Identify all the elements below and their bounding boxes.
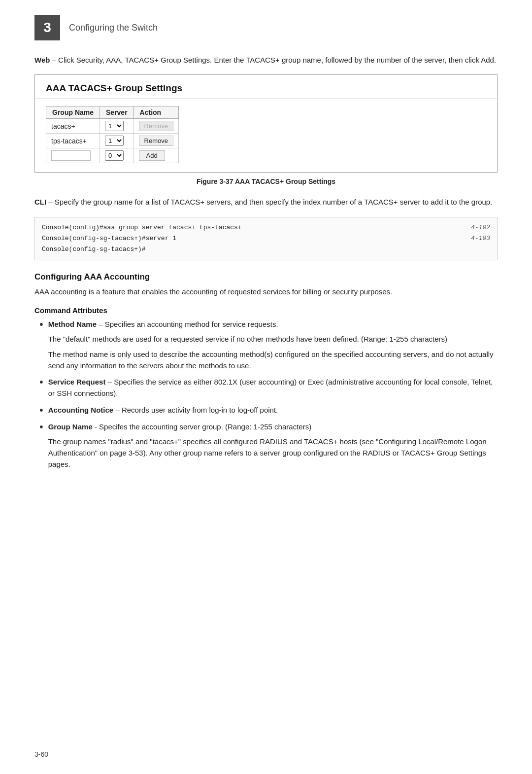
settings-box: AAA TACACS+ Group Settings Group Name Se… <box>34 74 498 173</box>
settings-table: Group Name Server Action tacacs+ 1 0 <box>46 106 179 163</box>
remove-button-disabled: Remove <box>139 121 173 131</box>
cli-line-1: Console(config)#aaa group server tacacs+… <box>42 222 490 233</box>
server-select-1[interactable]: 1 0 2 <box>105 121 124 131</box>
list-item: • Service Request – Specifies the servic… <box>39 376 498 399</box>
group-name-cell: tacacs+ <box>46 119 100 134</box>
col-action: Action <box>133 106 178 119</box>
page: 3 Configuring the Switch Web – Click Sec… <box>0 0 532 774</box>
bullet-bold-2: Service Request <box>48 378 106 386</box>
cli-ref-1: 4-102 <box>471 222 490 233</box>
table-row: tps-tacacs+ 1 0 2 Remove <box>46 134 179 148</box>
add-button[interactable]: Add <box>139 150 165 161</box>
action-cell[interactable]: Remove <box>133 134 178 148</box>
cli-block: Console(config)#aaa group server tacacs+… <box>34 217 498 260</box>
cli-intro: CLI – Specify the group name for a list … <box>34 196 498 208</box>
bullet-text-1: Specifies an accounting method for servi… <box>105 320 278 328</box>
bullet-bold-4: Group Name <box>48 422 93 431</box>
chapter-number: 3 <box>34 15 60 40</box>
bullet-content-4: Group Name - Specifes the accounting ser… <box>48 421 498 470</box>
section-heading: Configuring AAA Accounting <box>34 272 498 282</box>
remove-button[interactable]: Remove <box>139 136 173 146</box>
bullet-dot: • <box>39 318 43 330</box>
group-name-input[interactable] <box>51 150 91 161</box>
bullet-bold-1: Method Name <box>48 320 97 328</box>
settings-box-title: AAA TACACS+ Group Settings <box>35 75 497 99</box>
bullet-text-3: Records user activity from log-in to log… <box>122 406 278 414</box>
list-item: • Method Name – Specifies an accounting … <box>39 318 498 371</box>
server-cell[interactable]: 1 0 2 <box>100 119 134 134</box>
sub-para-4a: The group names "radius" and "tacacs+" s… <box>48 436 498 470</box>
bullet-dash-1: – <box>97 320 105 328</box>
cli-text-3: Console(config-sg-tacacs+)# <box>42 244 470 255</box>
server-cell[interactable]: 1 0 2 <box>100 134 134 148</box>
page-number: 3-60 <box>34 750 48 758</box>
cli-line-2: Console(config-sg-tacacs+)#server 1 4-10… <box>42 233 490 244</box>
bullet-dot: • <box>39 421 43 433</box>
col-group-name: Group Name <box>46 106 100 119</box>
bullet-text-4: Specifes the accounting server group. (R… <box>99 422 311 431</box>
settings-table-wrap: Group Name Server Action tacacs+ 1 0 <box>35 106 497 163</box>
bullet-content-3: Accounting Notice – Records user activit… <box>48 404 498 416</box>
bullet-dash-3: – <box>113 406 122 414</box>
bullet-content-2: Service Request – Specifies the service … <box>48 376 498 399</box>
bullet-dash-4: - <box>93 422 99 431</box>
cli-line-3: Console(config-sg-tacacs+)# <box>42 244 490 255</box>
bullet-list: • Method Name – Specifies an accounting … <box>39 318 498 470</box>
server-add-cell[interactable]: 0 1 2 <box>100 148 134 163</box>
bullet-text-2: Specifies the service as either 802.1X (… <box>48 378 493 397</box>
table-row: tacacs+ 1 0 2 Remove <box>46 119 179 134</box>
cli-text-2: Console(config-sg-tacacs+)#server 1 <box>42 233 451 244</box>
cmd-attr-heading: Command Attributes <box>34 306 498 315</box>
list-item: • Group Name - Specifes the accounting s… <box>39 421 498 470</box>
action-cell: Remove <box>133 119 178 134</box>
chapter-title: Configuring the Switch <box>69 23 158 33</box>
group-name-input-cell[interactable] <box>46 148 100 163</box>
bullet-dash-2: – <box>105 378 114 386</box>
list-item: • Accounting Notice – Records user activ… <box>39 404 498 416</box>
cli-ref-2: 4-103 <box>471 233 490 244</box>
sub-para-1a: The "default" methods are used for a req… <box>48 333 498 345</box>
add-row: 0 1 2 Add <box>46 148 179 163</box>
bullet-content-1: Method Name – Specifies an accounting me… <box>48 318 498 371</box>
sub-para-1b: The method name is only used to describe… <box>48 349 498 372</box>
bullet-bold-3: Accounting Notice <box>48 406 114 414</box>
server-select-add[interactable]: 0 1 2 <box>105 150 124 161</box>
col-server: Server <box>100 106 134 119</box>
server-select-2[interactable]: 1 0 2 <box>105 136 124 146</box>
add-action-cell[interactable]: Add <box>133 148 178 163</box>
chapter-header: 3 Configuring the Switch <box>34 15 498 40</box>
cli-text-1: Console(config)#aaa group server tacacs+… <box>42 222 451 233</box>
web-intro: Web – Click Security, AAA, TACACS+ Group… <box>34 54 498 66</box>
figure-caption: Figure 3-37 AAA TACACS+ Group Settings <box>34 177 498 185</box>
bullet-dot: • <box>39 404 43 416</box>
bullet-dot: • <box>39 376 43 388</box>
section-intro: AAA accounting is a feature that enables… <box>34 286 498 297</box>
group-name-cell: tps-tacacs+ <box>46 134 100 148</box>
